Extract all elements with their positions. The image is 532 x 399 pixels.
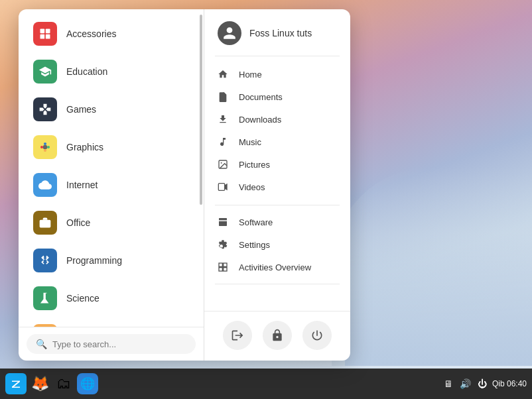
action-btn-lock[interactable] — [263, 321, 292, 350]
places-label-home: Home — [239, 70, 262, 80]
taskbar-system-icons: 🖥 🔊 ⏻ — [444, 378, 487, 389]
divider-1 — [215, 56, 340, 56]
places-label-pictures: Pictures — [239, 160, 270, 170]
left-panel: Accessories Education Games Graphics Int… — [19, 9, 204, 361]
places-item-home[interactable]: Home — [204, 63, 350, 86]
places-label-documents: Documents — [239, 92, 283, 102]
svg-rect-2 — [40, 34, 45, 39]
menu-item-icon-science — [33, 286, 57, 310]
menu-item-label-internet: Internet — [66, 180, 98, 190]
sound-icon[interactable]: 🔊 — [460, 378, 471, 389]
menu-item-icon-office — [33, 211, 57, 235]
system-icon-activities — [218, 262, 231, 272]
taskbar-store-button[interactable]: 🌐 — [77, 373, 98, 394]
menu-item-accessories[interactable]: Accessories — [23, 15, 200, 52]
action-btn-logout[interactable] — [223, 321, 252, 350]
menu-item-sound-video[interactable]: Sound & Video — [23, 317, 200, 327]
svg-point-4 — [43, 145, 48, 150]
svg-point-7 — [47, 146, 50, 148]
places-item-music[interactable]: Music — [204, 131, 350, 153]
menu-item-science[interactable]: Science — [23, 280, 200, 317]
taskbar-zorin-button[interactable] — [5, 373, 27, 394]
svg-rect-0 — [40, 29, 45, 34]
divider-3 — [215, 284, 340, 284]
system-label-settings: Settings — [239, 240, 270, 250]
app-menu: Accessories Education Games Graphics Int… — [19, 9, 350, 361]
taskbar-right: 🖥 🔊 ⏻ Qib 06:40 — [444, 378, 527, 389]
svg-point-5 — [40, 146, 43, 148]
right-panel: Foss Linux tuts Home Documents Downloads… — [204, 9, 350, 361]
taskbar-firefox-button[interactable]: 🦊 — [29, 373, 50, 394]
places-icon-home — [218, 69, 231, 80]
search-input[interactable] — [52, 339, 186, 349]
menu-item-icon-internet — [33, 173, 57, 197]
menu-item-office[interactable]: Office — [23, 204, 200, 241]
places-item-documents[interactable]: Documents — [204, 86, 350, 108]
taskbar-clock: Qib 06:40 — [492, 379, 527, 388]
svg-rect-3 — [46, 34, 50, 39]
search-area: 🔍 — [19, 327, 204, 361]
taskbar-left: 🦊 🗂 🌐 — [5, 373, 98, 394]
places-section: Home Documents Downloads Music Pictures … — [204, 59, 350, 202]
search-input-wrapper: 🔍 — [27, 334, 196, 354]
menu-item-programming[interactable]: Programming — [23, 242, 200, 279]
system-label-software: Software — [239, 217, 273, 227]
taskbar: 🦊 🗂 🌐 🖥 🔊 ⏻ Qib 06:40 — [0, 369, 532, 399]
svg-rect-18 — [224, 268, 227, 271]
menu-item-icon-graphics — [33, 135, 57, 159]
menu-item-label-science: Science — [66, 293, 100, 304]
places-icon-pictures — [218, 159, 231, 170]
menu-item-label-graphics: Graphics — [66, 142, 103, 152]
user-name: Foss Linux tuts — [249, 28, 312, 38]
system-section: Software Settings Activities Overview — [204, 208, 350, 281]
system-icon-settings — [218, 239, 231, 250]
action-btn-power[interactable] — [302, 321, 332, 350]
system-item-activities[interactable]: Activities Overview — [204, 256, 350, 278]
scrollbar-indicator — [200, 15, 202, 205]
menu-item-icon-sound-video — [33, 324, 57, 327]
places-label-music: Music — [239, 137, 261, 147]
menu-item-icon-education — [33, 60, 57, 84]
places-item-pictures[interactable]: Pictures — [204, 153, 350, 176]
menu-item-label-programming: Programming — [66, 255, 122, 266]
monitor-icon[interactable]: 🖥 — [444, 378, 453, 389]
menu-item-graphics[interactable]: Graphics — [23, 129, 200, 166]
menu-item-internet[interactable]: Internet — [23, 166, 200, 203]
menu-item-label-education: Education — [66, 66, 107, 77]
taskbar-files-button[interactable]: 🗂 — [53, 373, 74, 394]
places-icon-documents — [218, 91, 231, 102]
svg-rect-1 — [46, 29, 50, 34]
system-icon-software — [218, 217, 231, 227]
divider-2 — [215, 205, 340, 205]
power-icon[interactable]: ⏻ — [478, 378, 487, 389]
action-buttons — [204, 311, 350, 361]
places-label-videos: Videos — [239, 182, 265, 192]
system-item-settings[interactable]: Settings — [204, 233, 350, 256]
places-icon-downloads — [218, 114, 231, 125]
menu-item-icon-games — [33, 97, 57, 121]
places-icon-videos — [218, 182, 231, 192]
system-item-software[interactable]: Software — [204, 211, 350, 233]
menu-item-education[interactable]: Education — [23, 53, 200, 90]
menu-list: Accessories Education Games Graphics Int… — [19, 9, 204, 327]
places-item-videos[interactable]: Videos — [204, 176, 350, 198]
search-icon: 🔍 — [36, 339, 47, 349]
menu-item-label-games: Games — [66, 104, 96, 115]
svg-rect-17 — [219, 268, 222, 271]
svg-point-8 — [44, 149, 46, 152]
menu-item-icon-programming — [33, 249, 57, 272]
system-label-activities: Activities Overview — [239, 262, 311, 272]
svg-point-6 — [44, 142, 46, 145]
svg-rect-15 — [219, 263, 222, 266]
places-label-downloads: Downloads — [239, 115, 281, 125]
menu-item-label-office: Office — [66, 217, 90, 228]
menu-item-games[interactable]: Games — [23, 91, 200, 128]
places-item-downloads[interactable]: Downloads — [204, 108, 350, 131]
avatar — [218, 21, 241, 45]
menu-item-icon-accessories — [33, 22, 57, 46]
svg-point-13 — [221, 162, 222, 164]
menu-item-label-accessories: Accessories — [66, 28, 116, 39]
svg-rect-14 — [218, 184, 224, 191]
places-icon-music — [218, 137, 231, 147]
svg-rect-16 — [224, 263, 227, 266]
